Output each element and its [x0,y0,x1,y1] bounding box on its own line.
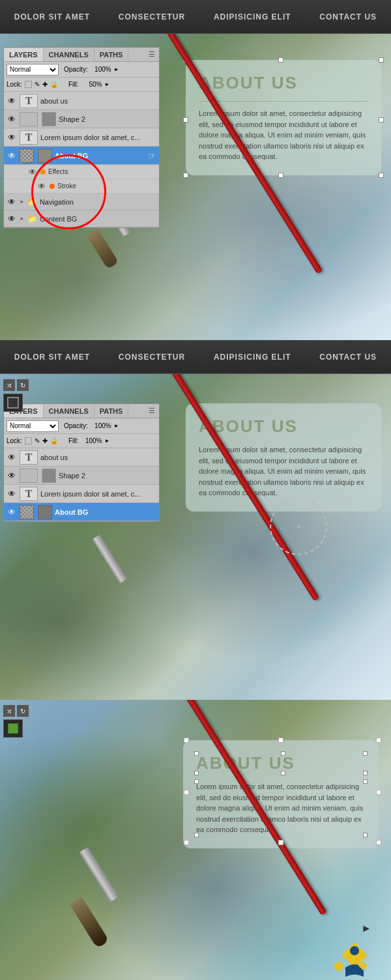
name2-aboutbg: About BG [55,508,156,516]
layer-item-shape2[interactable]: 👁 Shape 2 [4,110,159,128]
toolbar3-btn-2[interactable]: ↻ [17,705,29,717]
nav-bar-1: DOLOR SIT AMET CONSECTETUR ADIPISICING E… [0,0,391,34]
tab2-channels[interactable]: CHANNELS [44,405,94,418]
layer-item-aboutbg[interactable]: 👁 About BG ☞ [4,147,159,165]
tool3-square[interactable] [3,719,23,738]
layer-name-nav: Navigation [40,198,156,206]
lock-all-2[interactable]: 🔒 [50,437,58,444]
eye-lorem[interactable]: 👁 [7,133,17,142]
triangle-nav[interactable]: ► [20,199,25,205]
lock-pen-2[interactable]: ✎ [35,437,40,444]
lock-pen[interactable]: ✎ [35,81,40,88]
triangle-content[interactable]: ► [20,216,25,222]
thumb-aboutbg2 [38,149,52,163]
eye2-aboutbg[interactable]: 👁 [7,508,17,517]
toolbar-btn-1[interactable]: ⤮ [3,379,15,391]
eye-content[interactable]: 👁 [7,214,17,223]
about-title-1: ABOUT US [199,73,368,93]
about-title-text-3: ABOUT US [196,753,295,773]
nav2-contact[interactable]: CONTACT US [311,347,384,367]
thumb-lorem: T [20,130,38,145]
nav-bar-2: DOLOR SIT AMET CONSECTETUR ADIPISICING E… [0,340,391,374]
blend-mode-select[interactable]: Normal [7,64,59,76]
lock-label: Lock: [7,81,22,88]
layer-group-content[interactable]: 👁 ► 📁 Content BG [4,210,159,227]
eye2-lorem[interactable]: 👁 [7,489,17,498]
lock-fill-row-2: Lock: ✎ ✚ 🔒 Fill: 100% ► [4,434,159,448]
layer2-aboutbg[interactable]: 👁 About BG [4,503,159,521]
tab-layers[interactable]: LAYERS [4,48,44,61]
transform-handle-bl[interactable] [184,840,189,845]
tab-channels[interactable]: CHANNELS [44,48,94,61]
mini-toolbar-2: ⤮ ↻ [3,379,29,412]
eye2-shape2[interactable]: 👁 [7,471,17,480]
tab2-paths[interactable]: PATHS [94,405,129,418]
toolbar3-btn-1[interactable]: ⤮ [3,705,15,717]
lock-move-2[interactable]: ✚ [42,437,48,444]
tool-square[interactable] [3,394,23,412]
lock-all[interactable]: 🔒 [50,81,58,88]
arrow-fill-2[interactable]: ► [104,438,109,444]
transform-handle-br[interactable] [376,840,381,845]
transform-handle-tr[interactable] [376,738,381,743]
effects-label: Effects [48,168,68,175]
layers-panel-1: LAYERS CHANNELS PATHS ☰ Normal Opacity: … [3,47,160,228]
thumb2-shape2b [42,468,56,483]
layer-name-content: Content BG [40,215,156,223]
layers-menu-icon[interactable]: ☰ [145,48,159,61]
section-3: ⤮ ↻ ABOUT US [0,700,391,980]
eye-nav[interactable]: 👁 [7,197,17,207]
layer2-aboutus[interactable]: 👁 T about us [4,448,159,467]
about-text-3: Lorem ipsum dolor sit amet, consectetur … [196,781,366,835]
effects-item: 👁 Effects [4,165,159,179]
layer-group-nav[interactable]: 👁 ► 📁 Navigation [4,194,159,210]
nav-dolor[interactable]: DOLOR SIT AMET [7,7,98,27]
thumb2-aboutus: T [20,450,38,465]
eye-shape2[interactable]: 👁 [7,115,17,124]
eye2-about[interactable]: 👁 [7,453,17,462]
folder-nav: 📁 [27,197,37,207]
eye-effects[interactable]: 👁 [27,167,38,177]
folder-content: 📁 [27,214,37,223]
toolbar-btn-2[interactable]: ↻ [17,379,29,391]
transform-handle-mr[interactable] [376,790,381,795]
nav-contact[interactable]: CONTACT US [311,7,384,27]
opacity-value-2: 100% [91,422,111,429]
lock-move[interactable]: ✚ [42,81,48,88]
opacity-label-2: Opacity: [64,422,88,429]
arrow-icon-opacity[interactable]: ► [114,66,119,72]
layer-item-lorem[interactable]: 👁 T Lorem ipsum dolor sit amet, c... [4,128,159,147]
transform-handle-tc[interactable] [278,738,283,743]
arrow-opacity-2[interactable]: ► [114,423,119,429]
thumb-aboutus: T [20,94,38,108]
nav2-dolor[interactable]: DOLOR SIT AMET [7,347,98,367]
thumb2-shape2a [20,468,38,483]
transform-handle-tl[interactable] [184,738,189,743]
eye-stroke[interactable]: 👁 [36,182,47,191]
cursor-on-layer: ☞ [148,151,156,161]
stroke-label: Stroke [57,182,76,190]
arrow-icon-fill[interactable]: ► [104,81,109,87]
nav-adipisicing[interactable]: ADIPISICING ELIT [206,7,299,27]
transform-handle-ml[interactable] [184,790,189,795]
about-box-3: ABOUT US Lorem ipsum dolor sit amet, con… [183,740,379,848]
layer2-shape2[interactable]: 👁 Shape 2 [4,467,159,485]
name2-lorem: Lorem ipsum dolor sit amet, c... [40,490,156,498]
fill-label-2: Fill: [68,437,79,444]
layer2-lorem[interactable]: 👁 T Lorem ipsum dolor sit amet, c... [4,485,159,503]
layers2-menu-icon[interactable]: ☰ [145,404,159,418]
lock-check[interactable] [25,81,32,88]
lock-check-2[interactable] [25,437,32,444]
nav2-consectetur[interactable]: CONSECTETUR [111,347,193,367]
tab-paths[interactable]: PATHS [94,48,129,61]
nav2-adipisicing[interactable]: ADIPISICING ELIT [206,347,299,367]
eye-aboutbg[interactable]: 👁 [7,151,17,160]
layer-name-aboutus: about us [40,97,156,105]
thumb-shape2b [42,112,56,126]
layer-item-aboutus[interactable]: 👁 T about us [4,92,159,110]
transform-handle-bc[interactable] [278,840,283,845]
nav-consectetur[interactable]: CONSECTETUR [111,7,193,27]
layers-header-1: LAYERS CHANNELS PATHS ☰ [4,48,159,62]
blend-mode-select-2[interactable]: Normal [7,420,59,432]
eye-about[interactable]: 👁 [7,96,17,106]
